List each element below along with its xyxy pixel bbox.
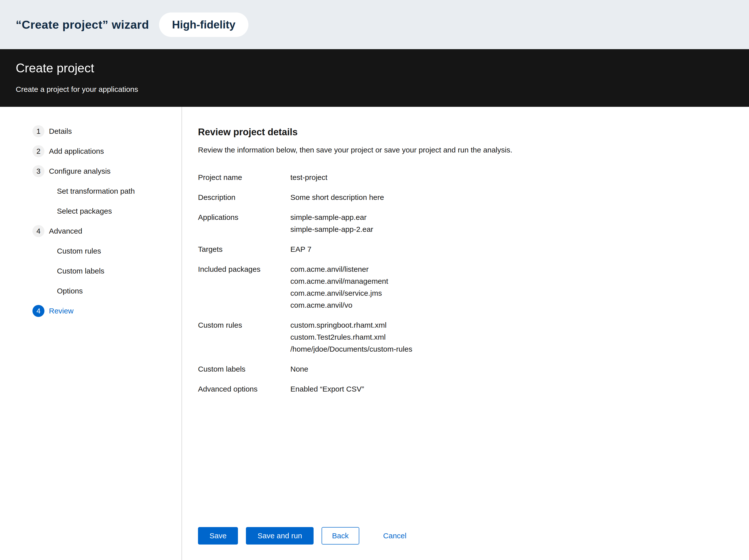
field-value: Some short description here [291,192,384,203]
step-label: Configure analysis [49,167,111,175]
back-button[interactable]: Back [322,527,359,544]
step-number-badge: 4 [33,225,44,237]
field-label: Advanced options [198,383,291,395]
field-value-line: com.acme.anvil/management [291,275,388,287]
step-label: Options [57,287,83,295]
fidelity-badge: High-fidelity [159,13,249,37]
wizard-nav: 1 Details 2 Add applications 3 Configure… [0,107,181,317]
review-field-row: Custom labels None [198,363,749,375]
field-value: None [291,363,308,375]
field-value: simple-sample-app.earsimple-sample-app-2… [291,211,373,235]
step-label: Set transformation path [57,187,135,195]
review-field-row: Targets EAP 7 [198,243,749,255]
step-number-badge: 4 [33,305,44,317]
wizard-subtitle: Create a project for your applications [16,85,749,94]
wizard-title: Create project [16,61,749,75]
wizard-step-custom-labels[interactable]: Custom labels [0,265,181,277]
save-and-run-button[interactable]: Save and run [246,527,313,544]
field-value: test-project [291,172,327,183]
field-label: Applications [198,211,291,235]
review-field-row: Description Some short description here [198,192,749,203]
review-field-row: Advanced options Enabled “Export CSV” [198,383,749,395]
wizard-body: 1 Details 2 Add applications 3 Configure… [0,107,749,560]
wizard-step-advanced[interactable]: 4 Advanced [0,225,181,237]
wizard-step-add-applications[interactable]: 2 Add applications [0,145,181,157]
wizard-step-set-transformation-path[interactable]: Set transformation path [0,185,181,197]
review-title: Review project details [198,126,749,138]
field-value: com.acme.anvil/listenercom.acme.anvil/ma… [291,263,388,311]
field-value: Enabled “Export CSV” [291,383,364,395]
field-value-line: com.acme.anvil/listener [291,263,388,275]
step-label: Details [49,127,72,135]
review-description: Review the information below, then save … [198,144,749,156]
step-number-badge: 3 [33,165,44,177]
step-label: Custom labels [57,267,104,275]
banner-title: “Create project” wizard [16,18,149,31]
field-value-line: com.acme.anvil/service.jms [291,287,388,299]
top-banner: “Create project” wizard High-fidelity [0,0,749,49]
field-value-line: EAP 7 [291,243,312,255]
review-panel: Review project details Review the inform… [182,107,749,560]
step-label: Review [49,307,73,315]
step-number-badge: 1 [33,125,44,137]
field-value-line: com.acme.anvil/vo [291,299,388,311]
wizard-step-review[interactable]: 4 Review [0,305,181,317]
step-label: Select packages [57,207,112,215]
field-label: Included packages [198,263,291,311]
wizard-step-details[interactable]: 1 Details [0,125,181,137]
field-value-line: test-project [291,172,327,183]
field-value: custom.springboot.rhamt.xmlcustom.Test2r… [291,319,412,355]
field-value-line: /home/jdoe/Documents/custom-rules [291,343,412,355]
wizard-step-configure-analysis[interactable]: 3 Configure analysis [0,165,181,177]
review-fields: Project name test-project Description So… [198,172,749,395]
field-value-line: custom.springboot.rhamt.xml [291,319,412,331]
field-value-line: custom.Test2rules.rhamt.xml [291,331,412,343]
field-value-line: simple-sample-app-2.ear [291,223,373,235]
wizard-step-options[interactable]: Options [0,285,181,297]
field-value-line: simple-sample-app.ear [291,211,373,223]
review-field-row: Custom rules custom.springboot.rhamt.xml… [198,319,749,355]
field-value-line: None [291,363,308,375]
wizard-sidebar: 1 Details 2 Add applications 3 Configure… [0,107,182,560]
step-label: Custom rules [57,247,101,255]
wizard-step-custom-rules[interactable]: Custom rules [0,245,181,257]
field-label: Custom labels [198,363,291,375]
step-label: Advanced [49,227,82,235]
review-field-row: Project name test-project [198,172,749,183]
wizard-header: Create project Create a project for your… [0,49,749,107]
wizard-step-select-packages[interactable]: Select packages [0,205,181,217]
step-label: Add applications [49,147,104,155]
field-value-line: Enabled “Export CSV” [291,383,364,395]
review-field-row: Applications simple-sample-app.earsimple… [198,211,749,235]
save-button[interactable]: Save [198,527,238,544]
field-value: EAP 7 [291,243,312,255]
field-label: Targets [198,243,291,255]
step-number-badge: 2 [33,145,44,157]
wizard-footer: Save Save and run Back Cancel [198,527,406,544]
review-field-row: Included packages com.acme.anvil/listene… [198,263,749,311]
cancel-button[interactable]: Cancel [383,527,406,544]
field-value-line: Some short description here [291,192,384,203]
field-label: Custom rules [198,319,291,355]
field-label: Project name [198,172,291,183]
field-label: Description [198,192,291,203]
